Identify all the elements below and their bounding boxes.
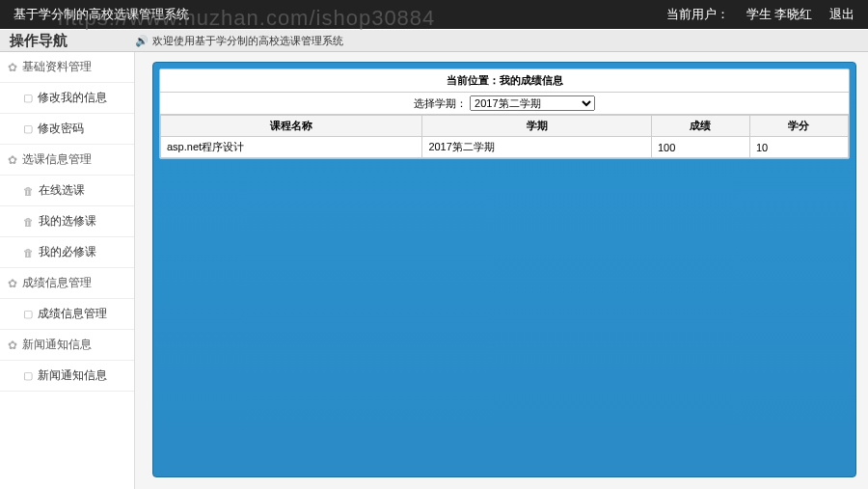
table-column-header: 课程名称 xyxy=(161,116,422,137)
sidebar-group-head[interactable]: ✿基础资料管理 xyxy=(0,52,134,83)
nav-title: 操作导航 xyxy=(0,32,135,50)
location-label: 当前位置： xyxy=(447,74,500,86)
current-user-value: 学生 李晓红 xyxy=(746,7,813,21)
table-header-row: 课程名称学期成绩学分 xyxy=(161,116,849,137)
term-label: 选择学期： xyxy=(414,97,467,109)
sidebar-item-label: 我的选修课 xyxy=(39,213,96,230)
container: ✿基础资料管理▢修改我的信息▢修改密码✿选课信息管理🗑在线选课🗑我的选修课🗑我的… xyxy=(0,52,868,489)
sidebar-item-label: 成绩信息管理 xyxy=(38,306,107,322)
sidebar-group-label: 成绩信息管理 xyxy=(22,275,92,291)
breadcrumb: 当前位置：我的成绩信息 xyxy=(160,69,849,93)
sidebar-item-label: 新闻通知信息 xyxy=(38,367,107,384)
file-icon: ▢ xyxy=(23,122,33,135)
table-cell: 100 xyxy=(651,137,749,158)
panel-inner: 当前位置：我的成绩信息 选择学期： 2017第二学期 课程名称学期成绩学分 as… xyxy=(159,68,850,159)
main-area: 当前位置：我的成绩信息 选择学期： 2017第二学期 课程名称学期成绩学分 as… xyxy=(135,52,868,489)
gear-icon: ✿ xyxy=(8,61,17,74)
term-select[interactable]: 2017第二学期 xyxy=(470,95,595,111)
term-select-row: 选择学期： 2017第二学期 xyxy=(160,93,849,115)
table-cell: 10 xyxy=(749,137,848,158)
topbar-right: 当前用户： 学生 李晓红 退出 xyxy=(639,0,854,29)
trash-icon: 🗑 xyxy=(23,216,34,228)
table-body: asp.net程序设计2017第二学期10010 xyxy=(161,137,849,158)
sidebar-group-head[interactable]: ✿新闻通知信息 xyxy=(0,330,134,361)
sidebar-group-label: 选课信息管理 xyxy=(22,151,92,168)
logout-link[interactable]: 退出 xyxy=(829,7,854,21)
sidebar-item[interactable]: ▢新闻通知信息 xyxy=(0,361,134,392)
sidebar-group-label: 基础资料管理 xyxy=(22,59,92,75)
trash-icon: 🗑 xyxy=(23,247,34,258)
subbar: 操作导航 🔊 欢迎使用基于学分制的高校选课管理系统 xyxy=(0,29,868,52)
gear-icon: ✿ xyxy=(8,339,17,352)
file-icon: ▢ xyxy=(23,308,33,320)
file-icon: ▢ xyxy=(23,369,33,382)
sidebar-item-label: 修改密码 xyxy=(38,121,84,137)
table-cell: 2017第二学期 xyxy=(422,137,652,158)
sidebar-item-label: 我的必修课 xyxy=(39,244,96,260)
table-column-header: 学分 xyxy=(749,116,848,137)
sidebar: ✿基础资料管理▢修改我的信息▢修改密码✿选课信息管理🗑在线选课🗑我的选修课🗑我的… xyxy=(0,52,135,489)
speaker-icon: 🔊 xyxy=(135,35,149,47)
location-value: 我的成绩信息 xyxy=(500,74,563,86)
sidebar-group-head[interactable]: ✿选课信息管理 xyxy=(0,145,134,176)
sidebar-item-label: 修改我的信息 xyxy=(38,90,107,106)
table-cell: asp.net程序设计 xyxy=(161,137,422,158)
table-column-header: 成绩 xyxy=(651,116,749,137)
current-user-label: 当前用户： xyxy=(666,7,729,21)
gear-icon: ✿ xyxy=(8,277,17,290)
sidebar-group-head[interactable]: ✿成绩信息管理 xyxy=(0,268,134,299)
trash-icon: 🗑 xyxy=(23,185,34,197)
sidebar-item-label: 在线选课 xyxy=(39,182,85,199)
table-row: asp.net程序设计2017第二学期10010 xyxy=(161,137,849,158)
table-column-header: 学期 xyxy=(422,116,652,137)
sidebar-item[interactable]: 🗑我的选修课 xyxy=(0,206,134,237)
current-user: 当前用户： 学生 李晓红 xyxy=(653,7,816,21)
app-title: 基于学分制的高校选课管理系统 xyxy=(14,0,189,29)
grades-table: 课程名称学期成绩学分 asp.net程序设计2017第二学期10010 xyxy=(160,115,849,158)
file-icon: ▢ xyxy=(23,92,33,104)
sidebar-item[interactable]: ▢成绩信息管理 xyxy=(0,299,134,330)
content-panel: 当前位置：我的成绩信息 选择学期： 2017第二学期 课程名称学期成绩学分 as… xyxy=(152,62,856,477)
sidebar-item[interactable]: 🗑我的必修课 xyxy=(0,237,134,268)
topbar: 基于学分制的高校选课管理系统 当前用户： 学生 李晓红 退出 xyxy=(0,0,868,29)
gear-icon: ✿ xyxy=(8,153,17,167)
welcome-message: 🔊 欢迎使用基于学分制的高校选课管理系统 xyxy=(135,34,343,48)
sidebar-item[interactable]: 🗑在线选课 xyxy=(0,176,134,206)
sidebar-item[interactable]: ▢修改我的信息 xyxy=(0,83,134,114)
sidebar-item[interactable]: ▢修改密码 xyxy=(0,114,134,145)
sidebar-group-label: 新闻通知信息 xyxy=(22,337,92,353)
welcome-text: 欢迎使用基于学分制的高校选课管理系统 xyxy=(152,34,343,48)
